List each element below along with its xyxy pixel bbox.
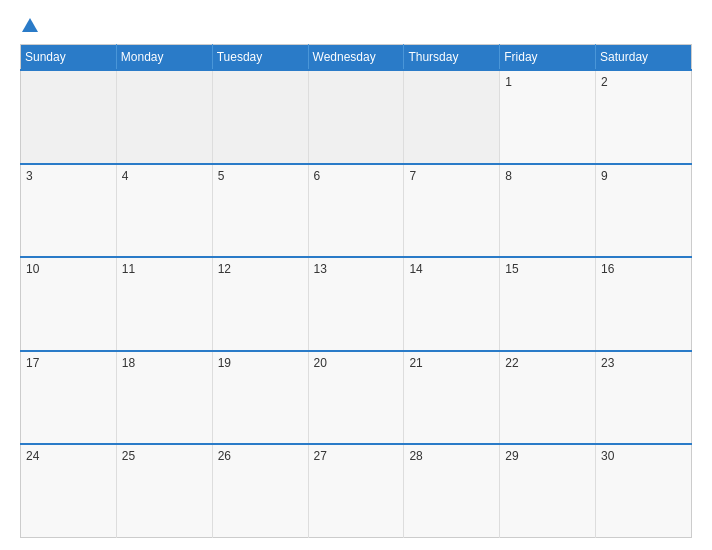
day-header-monday: Monday xyxy=(116,45,212,71)
calendar-cell: 1 xyxy=(500,70,596,164)
calendar-cell: 15 xyxy=(500,257,596,351)
calendar-cell: 18 xyxy=(116,351,212,445)
day-number: 24 xyxy=(26,449,39,463)
day-number: 8 xyxy=(505,169,512,183)
day-number: 30 xyxy=(601,449,614,463)
day-number: 3 xyxy=(26,169,33,183)
calendar-cell: 19 xyxy=(212,351,308,445)
day-number: 27 xyxy=(314,449,327,463)
day-header-sunday: Sunday xyxy=(21,45,117,71)
logo-wrapper xyxy=(20,18,38,34)
calendar-cell: 13 xyxy=(308,257,404,351)
day-number: 9 xyxy=(601,169,608,183)
day-number: 21 xyxy=(409,356,422,370)
calendar-cell: 26 xyxy=(212,444,308,538)
day-number: 14 xyxy=(409,262,422,276)
day-number: 2 xyxy=(601,75,608,89)
day-number: 12 xyxy=(218,262,231,276)
calendar-table: SundayMondayTuesdayWednesdayThursdayFrid… xyxy=(20,44,692,538)
calendar-cell: 5 xyxy=(212,164,308,258)
calendar-cell: 4 xyxy=(116,164,212,258)
calendar-cell: 22 xyxy=(500,351,596,445)
day-number: 6 xyxy=(314,169,321,183)
day-number: 22 xyxy=(505,356,518,370)
day-number: 4 xyxy=(122,169,129,183)
calendar-cell: 17 xyxy=(21,351,117,445)
logo xyxy=(20,18,38,34)
day-number: 5 xyxy=(218,169,225,183)
calendar-cell: 27 xyxy=(308,444,404,538)
day-number: 23 xyxy=(601,356,614,370)
day-number: 1 xyxy=(505,75,512,89)
calendar-cell: 2 xyxy=(596,70,692,164)
calendar-week-1: 12 xyxy=(21,70,692,164)
day-number: 28 xyxy=(409,449,422,463)
calendar-cell: 25 xyxy=(116,444,212,538)
day-number: 26 xyxy=(218,449,231,463)
day-header-thursday: Thursday xyxy=(404,45,500,71)
day-number: 13 xyxy=(314,262,327,276)
day-number: 11 xyxy=(122,262,135,276)
day-number: 18 xyxy=(122,356,135,370)
day-number: 19 xyxy=(218,356,231,370)
day-header-friday: Friday xyxy=(500,45,596,71)
day-number: 16 xyxy=(601,262,614,276)
calendar-week-2: 3456789 xyxy=(21,164,692,258)
day-number: 29 xyxy=(505,449,518,463)
calendar-cell xyxy=(404,70,500,164)
calendar-cell: 29 xyxy=(500,444,596,538)
calendar-cell: 11 xyxy=(116,257,212,351)
calendar-body: 1234567891011121314151617181920212223242… xyxy=(21,70,692,538)
calendar-cell: 6 xyxy=(308,164,404,258)
calendar-cell: 12 xyxy=(212,257,308,351)
calendar-cell: 16 xyxy=(596,257,692,351)
calendar-cell: 14 xyxy=(404,257,500,351)
day-number: 7 xyxy=(409,169,416,183)
calendar-week-3: 10111213141516 xyxy=(21,257,692,351)
day-number: 20 xyxy=(314,356,327,370)
calendar-cell: 10 xyxy=(21,257,117,351)
calendar-header: SundayMondayTuesdayWednesdayThursdayFrid… xyxy=(21,45,692,71)
calendar-cell xyxy=(21,70,117,164)
day-header-wednesday: Wednesday xyxy=(308,45,404,71)
calendar-week-5: 24252627282930 xyxy=(21,444,692,538)
logo-top-row xyxy=(20,18,38,34)
calendar-week-4: 17181920212223 xyxy=(21,351,692,445)
day-number: 10 xyxy=(26,262,39,276)
calendar-cell: 8 xyxy=(500,164,596,258)
calendar-cell xyxy=(308,70,404,164)
calendar-cell: 21 xyxy=(404,351,500,445)
calendar-cell xyxy=(212,70,308,164)
calendar-cell: 28 xyxy=(404,444,500,538)
days-of-week-row: SundayMondayTuesdayWednesdayThursdayFrid… xyxy=(21,45,692,71)
day-header-tuesday: Tuesday xyxy=(212,45,308,71)
calendar-page: SundayMondayTuesdayWednesdayThursdayFrid… xyxy=(0,0,712,550)
calendar-cell: 3 xyxy=(21,164,117,258)
calendar-cell xyxy=(116,70,212,164)
day-number: 25 xyxy=(122,449,135,463)
calendar-cell: 30 xyxy=(596,444,692,538)
header xyxy=(20,18,692,34)
calendar-cell: 20 xyxy=(308,351,404,445)
logo-triangle-icon xyxy=(22,18,38,32)
calendar-cell: 9 xyxy=(596,164,692,258)
day-number: 15 xyxy=(505,262,518,276)
day-number: 17 xyxy=(26,356,39,370)
calendar-cell: 24 xyxy=(21,444,117,538)
calendar-cell: 23 xyxy=(596,351,692,445)
calendar-cell: 7 xyxy=(404,164,500,258)
day-header-saturday: Saturday xyxy=(596,45,692,71)
